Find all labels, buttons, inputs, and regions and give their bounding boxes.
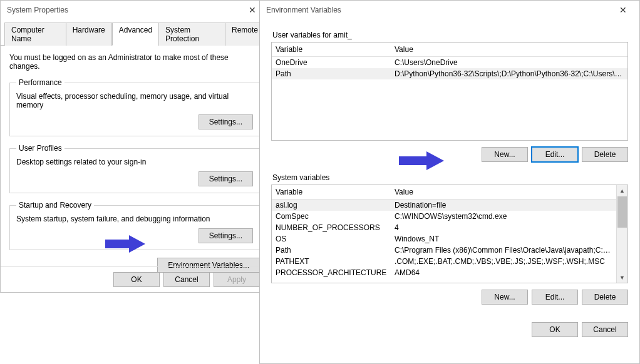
user-edit-button[interactable]: Edit...: [532, 147, 578, 162]
dialog-title: System Properties: [7, 6, 240, 14]
cell-variable: PROCESSOR_ARCHITECTURE: [276, 268, 395, 277]
list-row[interactable]: Path C:\Program Files (x86)\Common Files…: [272, 245, 616, 256]
scrollbar-track[interactable]: [617, 228, 627, 272]
cell-variable: OS: [276, 235, 395, 243]
list-row[interactable]: NUMBER_OF_PROCESSORS 4: [272, 222, 616, 233]
arrow-icon: [105, 235, 145, 253]
system-variables-label: System variables: [272, 173, 628, 182]
dialog-body: User variables for amit_ Variable Value …: [260, 19, 639, 345]
ok-button[interactable]: OK: [532, 322, 578, 337]
system-edit-button[interactable]: Edit...: [532, 290, 578, 305]
list-row[interactable]: PATHEXT .COM;.EXE;.BAT;.CMD;.VBS;.VBE;.J…: [272, 256, 616, 267]
cell-variable: OneDrive: [276, 58, 395, 67]
startup-recovery-legend: Startup and Recovery: [16, 201, 94, 210]
arrow-icon: [399, 151, 444, 170]
cell-variable: NUMBER_OF_PROCESSORS: [276, 223, 395, 232]
ok-button[interactable]: OK: [113, 272, 160, 287]
user-profiles-desc: Desktop settings related to your sign-in: [16, 158, 253, 166]
system-delete-button[interactable]: Delete: [582, 290, 628, 305]
cell-value: C:\Program Files (x86)\Common Files\Orac…: [395, 246, 612, 255]
system-new-button[interactable]: New...: [482, 290, 528, 305]
cell-value: C:\Users\OneDrive: [395, 58, 624, 67]
performance-group: Performance Visual effects, processor sc…: [9, 78, 260, 136]
user-profiles-settings-button[interactable]: Settings...: [199, 171, 253, 186]
user-profiles-group: User Profiles Desktop settings related t…: [9, 144, 260, 193]
close-icon[interactable]: ✕: [611, 2, 636, 18]
cell-variable: asl.log: [276, 201, 395, 210]
column-value[interactable]: Value: [395, 188, 612, 196]
list-row[interactable]: OneDrive C:\Users\OneDrive: [272, 57, 627, 68]
tab-bar: Computer Name Hardware Advanced System P…: [1, 22, 269, 46]
column-variable[interactable]: Variable: [276, 188, 395, 196]
cell-value: C:\WINDOWS\system32\cmd.exe: [395, 212, 612, 221]
cell-variable: Path: [276, 246, 395, 255]
cell-value: .COM;.EXE;.BAT;.CMD;.VBS;.VBE;.JS;.JSE;.…: [395, 257, 612, 266]
cell-value: Windows_NT: [395, 235, 612, 243]
startup-recovery-settings-button[interactable]: Settings...: [199, 228, 253, 243]
dialog-title: Environment Variables: [266, 6, 611, 14]
apply-button[interactable]: Apply: [214, 272, 260, 287]
list-row[interactable]: OS Windows_NT: [272, 233, 616, 245]
tab-advanced[interactable]: Advanced: [112, 23, 159, 46]
list-header: Variable Value: [272, 185, 616, 200]
svg-marker-1: [399, 151, 444, 170]
cell-variable: ComSpec: [276, 212, 395, 221]
user-new-button[interactable]: New...: [482, 147, 528, 162]
user-variables-label: User variables for amit_: [272, 31, 628, 39]
cancel-button[interactable]: Cancel: [163, 272, 210, 287]
user-variables-list[interactable]: Variable Value OneDrive C:\Users\OneDriv…: [271, 42, 628, 141]
scrollbar[interactable]: ▲ ▼: [616, 185, 627, 283]
list-row[interactable]: Path D:\Python\Python36-32\Scripts\;D:\P…: [272, 68, 627, 79]
cancel-button[interactable]: Cancel: [582, 322, 628, 337]
tab-system-protection[interactable]: System Protection: [158, 23, 225, 46]
svg-marker-0: [105, 235, 145, 253]
list-header: Variable Value: [272, 43, 627, 57]
list-row[interactable]: asl.log Destination=file: [272, 200, 616, 211]
column-value[interactable]: Value: [395, 45, 624, 54]
tab-computer-name[interactable]: Computer Name: [4, 23, 66, 46]
tab-hardware[interactable]: Hardware: [66, 23, 112, 46]
cell-value: D:\Python\Python36-32\Scripts\;D:\Python…: [395, 69, 624, 78]
performance-settings-button[interactable]: Settings...: [199, 114, 253, 129]
list-row[interactable]: PROCESSOR_ARCHITECTURE AMD64: [272, 267, 616, 278]
performance-desc: Visual effects, processor scheduling, me…: [16, 92, 253, 109]
admin-note: You must be logged on as an Administrato…: [9, 53, 260, 71]
cell-value: Destination=file: [395, 201, 612, 210]
cell-variable: PATHEXT: [276, 257, 395, 266]
cell-value: AMD64: [395, 268, 612, 277]
user-delete-button[interactable]: Delete: [582, 147, 628, 162]
performance-legend: Performance: [16, 78, 65, 87]
startup-recovery-desc: System startup, system failure, and debu…: [16, 215, 253, 223]
list-row[interactable]: ComSpec C:\WINDOWS\system32\cmd.exe: [272, 211, 616, 222]
system-variables-list[interactable]: Variable Value asl.log Destination=file …: [271, 185, 628, 283]
titlebar: Environment Variables ✕: [260, 1, 639, 19]
scroll-up-icon[interactable]: ▲: [617, 185, 627, 196]
cell-value: 4: [395, 223, 612, 232]
environment-variables-dialog: Environment Variables ✕ User variables f…: [259, 0, 640, 364]
column-variable[interactable]: Variable: [276, 45, 395, 54]
user-profiles-legend: User Profiles: [16, 144, 65, 153]
scroll-down-icon[interactable]: ▼: [617, 272, 627, 283]
titlebar: System Properties ✕: [1, 1, 269, 19]
scrollbar-thumb[interactable]: [617, 196, 627, 228]
cell-variable: Path: [276, 69, 395, 78]
